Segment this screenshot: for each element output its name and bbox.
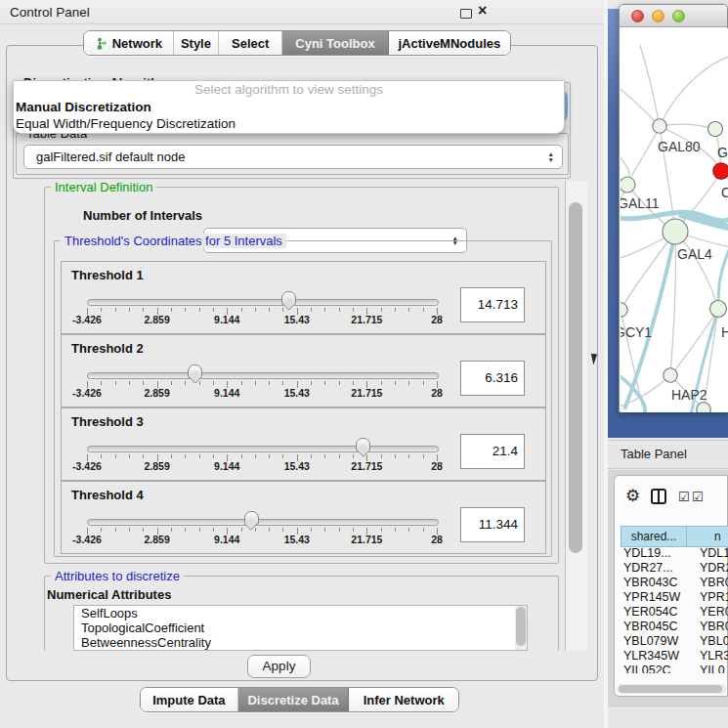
cell-name[interactable]: YIL0 <box>700 664 725 673</box>
tab-select[interactable]: Select <box>219 31 282 55</box>
threshold-3-slider-thumb[interactable] <box>356 438 370 456</box>
minor-tick <box>213 381 214 385</box>
column-header-shared-name[interactable]: shared... <box>621 526 687 547</box>
close-traffic-light[interactable] <box>631 10 644 22</box>
tab-style[interactable]: Style <box>174 31 219 55</box>
network-window-titlebar[interactable] <box>620 5 727 27</box>
tab-label: jActiveMNodules <box>398 36 500 51</box>
node-red[interactable] <box>713 163 728 179</box>
attributes-group-title: Attributes to discretize <box>51 569 184 583</box>
select-all-columns-icon[interactable]: ☑ <box>678 490 690 504</box>
dropdown-option-manual-discretization[interactable]: Manual Discretization <box>16 100 562 117</box>
network-canvas[interactable]: GAL80 GA C GAL11 GAL4 GCY1 H HAP2 <box>621 28 728 412</box>
threshold-3-slider-track[interactable] <box>87 446 439 452</box>
tab-network[interactable]: Network <box>84 31 174 55</box>
minor-tick <box>129 528 130 532</box>
cell-name[interactable]: YDR2 <box>700 561 728 575</box>
minor-tick <box>311 381 312 385</box>
minor-tick <box>395 454 396 458</box>
threshold-4-value-field[interactable]: 11.344 <box>460 507 525 542</box>
cell-shared-name[interactable]: YER054C <box>623 605 678 619</box>
node-gal4[interactable] <box>663 219 688 244</box>
tab-cyni-toolbox[interactable]: Cyni Toolbox <box>282 31 389 55</box>
tab-jactivemnodules[interactable]: jActiveMNodules <box>389 31 510 55</box>
cell-name[interactable]: YBL0 <box>700 634 728 648</box>
cell-shared-name[interactable]: YBR045C <box>623 620 678 633</box>
cell-name[interactable]: YBR0 <box>700 620 728 633</box>
tick-label: 28 <box>413 460 460 472</box>
cell-name[interactable]: YDL1 <box>700 546 728 560</box>
table-row[interactable]: YER054CYER0 <box>623 605 728 620</box>
cell-name[interactable]: YBR0 <box>700 576 728 589</box>
minor-tick <box>353 308 354 312</box>
threshold-4-slider-track[interactable] <box>87 519 439 526</box>
node-gal11[interactable] <box>621 177 635 193</box>
node-bottom-partial[interactable] <box>697 403 710 412</box>
minor-tick <box>381 381 382 385</box>
float-window-icon[interactable] <box>460 9 472 19</box>
table-row[interactable]: YIL052CYIL0 <box>623 664 728 673</box>
cell-shared-name[interactable]: YDL19... <box>623 546 671 560</box>
minor-tick <box>115 454 116 458</box>
tick-label: 21.715 <box>343 314 390 325</box>
gear-icon[interactable]: ⚙ <box>625 486 640 506</box>
table-row[interactable]: YPR145WYPR1 <box>623 590 728 605</box>
thresholds-group-title: Threshold's Coordinates for 5 Intervals <box>61 234 286 248</box>
cell-shared-name[interactable]: YBR043C <box>623 576 678 589</box>
split-columns-icon[interactable] <box>651 489 666 504</box>
threshold-1-slider-track[interactable] <box>87 299 439 306</box>
table-row[interactable]: YBL079WYBL0 <box>623 634 728 649</box>
node-h[interactable] <box>710 301 727 318</box>
node-gcy1[interactable] <box>621 303 627 317</box>
minimize-traffic-light[interactable] <box>652 10 664 22</box>
close-icon[interactable]: × <box>478 2 487 20</box>
apply-button[interactable]: Apply <box>247 655 311 678</box>
cell-shared-name[interactable]: YIL052C <box>623 664 671 673</box>
table-row[interactable]: YLR345WYLR3 <box>623 649 728 664</box>
node-gal80[interactable] <box>653 119 666 133</box>
unselect-all-columns-icon[interactable]: ☑ <box>692 490 704 504</box>
minor-tick <box>408 308 409 312</box>
threshold-1-value-field[interactable]: 14.713 <box>460 287 525 322</box>
tab-discretize-data[interactable]: Discretize Data <box>238 688 350 711</box>
threshold-3-value-field[interactable]: 21.4 <box>460 434 525 469</box>
column-header-name[interactable]: n <box>686 526 728 547</box>
cell-name[interactable]: YER0 <box>700 605 728 619</box>
cell-shared-name[interactable]: YPR145W <box>623 590 680 604</box>
attributes-list-scroll-thumb[interactable] <box>516 607 526 646</box>
attribute-list-item[interactable]: TopologicalCoefficient <box>74 621 527 635</box>
table-data-combobox[interactable]: galFiltered.sif default node ▲▼ <box>23 145 563 169</box>
minor-tick <box>185 528 186 532</box>
node-gal-right[interactable] <box>708 122 723 137</box>
threshold-2-slider-thumb[interactable] <box>188 364 202 383</box>
tab-infer-network[interactable]: Infer Network <box>349 688 458 711</box>
table-row[interactable]: YBR043CYBR0 <box>623 576 728 590</box>
cell-name[interactable]: YPR1 <box>700 590 728 604</box>
cell-name[interactable]: YLR3 <box>700 649 728 663</box>
minor-tick <box>324 381 325 385</box>
threshold-4-slider-thumb[interactable] <box>244 511 259 530</box>
threshold-2-value-field[interactable]: 6.316 <box>460 361 525 396</box>
attribute-list-item[interactable]: BetweennessCentrality <box>74 635 527 650</box>
table-row[interactable]: YDR27...YDR2 <box>623 561 728 576</box>
table-row[interactable]: YDL19...YDL1 <box>623 546 728 561</box>
tab-impute-data[interactable]: Impute Data <box>141 688 238 711</box>
settings-scroll-thumb[interactable] <box>569 202 582 553</box>
cell-shared-name[interactable]: YDR27... <box>623 561 673 575</box>
cell-shared-name[interactable]: YBL079W <box>623 634 678 648</box>
table-row[interactable]: YBR045CYBR0 <box>623 620 728 634</box>
cell-shared-name[interactable]: YLR345W <box>623 649 679 663</box>
table-hscroll-thumb[interactable] <box>619 685 722 693</box>
zoom-traffic-light[interactable] <box>672 10 685 22</box>
attribute-list-item[interactable]: SelfLoops <box>74 606 527 621</box>
network-view-window[interactable]: GAL80 GA C GAL11 GAL4 GCY1 H HAP2 <box>619 4 728 412</box>
minor-tick <box>115 528 116 532</box>
dropdown-option-prompt[interactable]: Select algorithm to view settings <box>16 82 562 100</box>
node-hap2[interactable] <box>664 368 677 382</box>
threshold-2-slider-track[interactable] <box>87 372 439 379</box>
tick-label: 15.43 <box>274 460 321 472</box>
tick-label: 21.715 <box>343 460 390 472</box>
minor-tick <box>255 308 256 312</box>
tick-label: 28 <box>413 387 460 399</box>
dropdown-option-equal-width-frequency[interactable]: Equal Width/Frequency Discretization <box>16 116 562 134</box>
